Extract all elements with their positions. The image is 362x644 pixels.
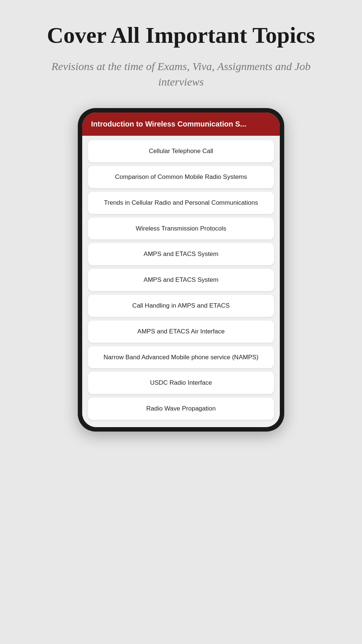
topic-item-label: USDC Radio Interface bbox=[150, 379, 212, 386]
phone-header-title: Introduction to Wireless Communication S… bbox=[91, 120, 246, 128]
topic-item-label: Wireless Transmission Protocols bbox=[136, 225, 226, 232]
topic-item[interactable]: AMPS and ETACS Air Interface bbox=[88, 321, 274, 343]
phone-header: Introduction to Wireless Communication S… bbox=[82, 112, 280, 136]
topic-item-label: AMPS and ETACS Air Interface bbox=[138, 328, 225, 335]
topic-item[interactable]: Cellular Telephone Call bbox=[88, 140, 274, 162]
topic-item[interactable]: USDC Radio Interface bbox=[88, 372, 274, 394]
topic-item-label: Trends in Cellular Radio and Personal Co… bbox=[104, 199, 258, 206]
topic-item-label: AMPS and ETACS System bbox=[144, 276, 219, 283]
phone-screen: Introduction to Wireless Communication S… bbox=[82, 112, 280, 427]
topic-item[interactable]: Trends in Cellular Radio and Personal Co… bbox=[88, 192, 274, 214]
subtitle: Revisions at the time of Exams, Viva, As… bbox=[37, 59, 325, 90]
topic-item-label: Call Handling in AMPS and ETACS bbox=[132, 302, 230, 309]
topic-item[interactable]: AMPS and ETACS System bbox=[88, 269, 274, 291]
header-section: Cover All Important Topics Revisions at … bbox=[37, 22, 325, 90]
topic-item[interactable]: AMPS and ETACS System bbox=[88, 243, 274, 265]
topic-item-label: Comparison of Common Mobile Radio System… bbox=[115, 173, 247, 180]
topic-item[interactable]: Wireless Transmission Protocols bbox=[88, 218, 274, 240]
main-title: Cover All Important Topics bbox=[37, 22, 325, 48]
topic-item[interactable]: Narrow Band Advanced Mobile phone servic… bbox=[88, 346, 274, 368]
topic-item-label: AMPS and ETACS System bbox=[144, 250, 219, 257]
topic-item-label: Narrow Band Advanced Mobile phone servic… bbox=[104, 354, 258, 361]
topic-item[interactable]: Comparison of Common Mobile Radio System… bbox=[88, 166, 274, 188]
topic-item[interactable]: Call Handling in AMPS and ETACS bbox=[88, 295, 274, 317]
topic-item-label: Cellular Telephone Call bbox=[149, 148, 213, 155]
phone-container: Introduction to Wireless Communication S… bbox=[78, 108, 284, 432]
topic-item[interactable]: Radio Wave Propagation bbox=[88, 398, 274, 420]
topic-item-label: Radio Wave Propagation bbox=[146, 405, 216, 412]
phone-body: Cellular Telephone CallComparison of Com… bbox=[82, 136, 280, 427]
